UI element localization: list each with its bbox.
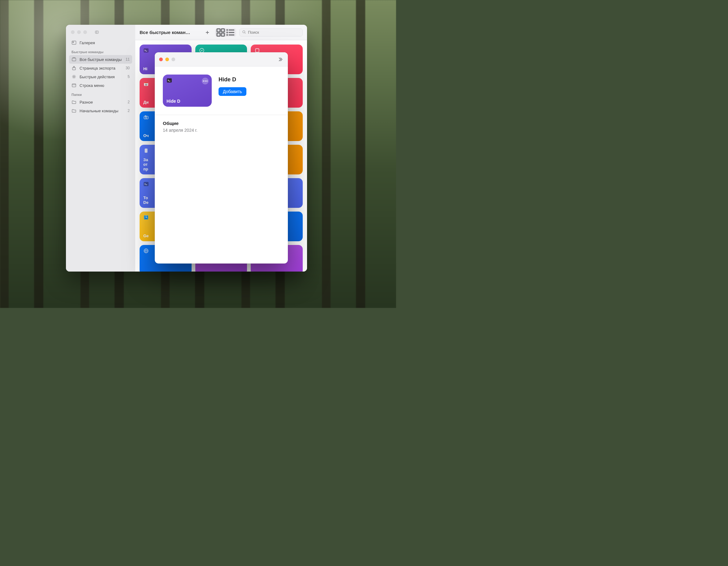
sheet-hero-meta: Hide D Добавить <box>219 75 246 96</box>
sidebar-section-shortcuts: Быстрые команды <box>69 47 132 55</box>
more-options-button[interactable] <box>202 78 209 84</box>
sidebar-item-label: Все быстрые команды <box>80 57 122 62</box>
svg-point-41 <box>205 80 206 82</box>
svg-line-20 <box>245 32 245 33</box>
calendar-icon: 12 <box>143 81 149 87</box>
sidebar-item-label: Начальные команды <box>80 109 118 113</box>
svg-point-18 <box>227 35 227 35</box>
page-title: Все быстрые коман… <box>140 30 190 35</box>
sidebar-folder-misc[interactable]: Разное 2 <box>69 98 132 106</box>
svg-point-35 <box>147 217 147 217</box>
traffic-zoom[interactable] <box>83 30 87 34</box>
sidebar-item-menubar[interactable]: Строка меню <box>69 81 132 90</box>
sheet-titlebar <box>155 52 288 67</box>
list-view-button[interactable] <box>226 29 236 36</box>
svg-rect-4 <box>72 58 76 61</box>
svg-rect-12 <box>221 33 224 36</box>
sidebar-item-label: Разное <box>80 100 93 105</box>
sidebar-folder-starter[interactable]: Начальные команды 2 <box>69 106 132 115</box>
sidebar-item-export-page[interactable]: Страница экспорта 30 <box>69 64 132 72</box>
svg-point-42 <box>206 80 208 82</box>
svg-rect-3 <box>73 42 74 43</box>
grid-view-button[interactable] <box>216 29 226 36</box>
sidebar-item-label: Галерея <box>80 41 95 45</box>
svg-point-29 <box>145 117 147 119</box>
svg-rect-23 <box>256 49 259 52</box>
sidebar-item-quick-actions[interactable]: Быстрые действия 5 <box>69 72 132 81</box>
globe-icon <box>143 248 149 254</box>
sidebar-item-count: 2 <box>128 109 130 113</box>
terminal-icon <box>167 78 172 83</box>
add-shortcut-button[interactable]: Добавить <box>219 87 246 96</box>
svg-rect-9 <box>217 29 220 32</box>
shortcut-date: 14 апреля 2024 г. <box>163 128 280 133</box>
sidebar-item-count: 11 <box>126 57 130 62</box>
sidebar-toggle-icon[interactable] <box>95 30 99 34</box>
sidebar-item-count: 5 <box>128 75 130 79</box>
shortcut-detail-sheet: Hide D Hide D Добавить Общие 14 апреля 2… <box>155 52 288 264</box>
svg-rect-7 <box>72 84 76 87</box>
terminal-icon <box>143 48 149 53</box>
window-controls <box>69 29 132 38</box>
svg-point-19 <box>243 31 245 33</box>
folder-icon <box>71 108 76 113</box>
svg-rect-31 <box>145 149 148 153</box>
section-heading-general: Общие <box>163 121 280 126</box>
shortcut-title: Hide D <box>219 76 246 83</box>
sidebar-item-count: 2 <box>128 100 130 104</box>
expand-chevrons-icon[interactable] <box>277 56 284 63</box>
sidebar-section-folders: Папки <box>69 90 132 98</box>
svg-point-40 <box>203 80 204 82</box>
sheet-body: Hide D Hide D Добавить Общие 14 апреля 2… <box>155 67 288 133</box>
sidebar-item-gallery[interactable]: Галерея <box>69 38 132 47</box>
svg-text:12: 12 <box>145 84 147 86</box>
camera-icon <box>143 115 149 120</box>
finder-icon <box>143 215 149 220</box>
folder-icon <box>71 100 76 105</box>
shortcut-preview-card[interactable]: Hide D <box>163 75 212 107</box>
new-shortcut-button[interactable] <box>203 28 212 37</box>
sidebar-item-label: Быстрые действия <box>80 75 115 79</box>
sidebar-item-label: Строка меню <box>80 83 104 88</box>
svg-rect-0 <box>95 31 99 33</box>
svg-point-17 <box>227 32 227 33</box>
svg-point-6 <box>73 76 75 77</box>
sidebar-item-count: 30 <box>126 66 130 70</box>
share-icon <box>71 66 76 71</box>
gallery-icon <box>71 40 76 45</box>
traffic-zoom[interactable] <box>171 58 175 61</box>
view-mode-segmented <box>215 28 236 37</box>
svg-rect-21 <box>144 48 149 53</box>
search-field[interactable] <box>239 28 303 37</box>
traffic-close[interactable] <box>71 30 75 34</box>
preview-card-title: Hide D <box>167 99 208 104</box>
menubar-icon <box>71 83 76 88</box>
gear-icon <box>71 74 76 79</box>
sheet-hero: Hide D Hide D Добавить <box>163 75 280 107</box>
search-input[interactable] <box>248 30 300 35</box>
svg-rect-32 <box>144 182 149 186</box>
svg-rect-25 <box>144 82 148 83</box>
sidebar-item-label: Страница экспорта <box>80 66 115 71</box>
divider <box>155 115 288 115</box>
svg-rect-39 <box>167 78 172 83</box>
svg-point-16 <box>227 30 227 30</box>
svg-rect-11 <box>217 33 220 36</box>
sheet-window-controls <box>159 58 175 61</box>
terminal-icon <box>143 181 149 187</box>
traffic-close[interactable] <box>159 58 163 61</box>
toolbar: Все быстрые коман… <box>135 25 307 40</box>
stack-icon <box>71 57 76 62</box>
svg-point-34 <box>145 217 145 217</box>
doc-icon <box>143 148 149 153</box>
traffic-minimize[interactable] <box>165 58 169 61</box>
sidebar: Галерея Быстрые команды Все быстрые кома… <box>66 25 135 272</box>
traffic-minimize[interactable] <box>77 30 81 34</box>
search-icon <box>242 30 246 35</box>
svg-rect-10 <box>221 29 224 32</box>
sidebar-item-all-shortcuts[interactable]: Все быстрые команды 11 <box>69 55 132 64</box>
